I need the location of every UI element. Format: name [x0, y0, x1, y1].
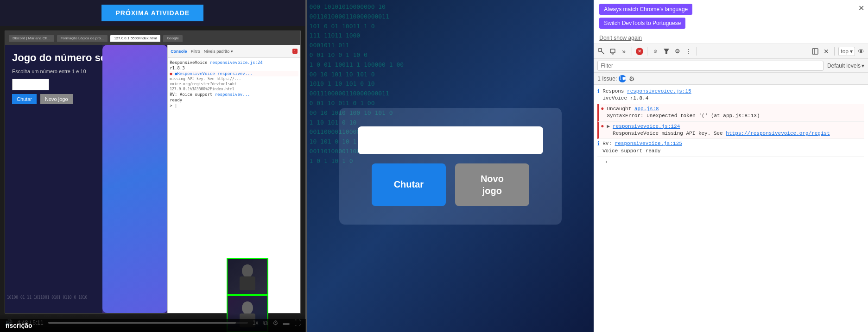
- game-input-large[interactable]: [358, 126, 543, 154]
- chevron-right-icon[interactable]: »: [620, 47, 628, 56]
- console-entry-4: ℹ RV: responsivevoice.js:125 Voice suppo…: [597, 139, 864, 157]
- console-line-1: ResponsiveVoice responsivevoice.js:24: [170, 60, 298, 65]
- console-error-1: ● ●ResponsiveVoice responsivev...: [170, 71, 298, 76]
- console-detail-1: SyntaxError: Unexpected token '(' (at ap…: [607, 113, 760, 119]
- notification-row-2: Switch DevTools to Portuguese: [599, 18, 862, 29]
- next-activity-button[interactable]: PRÓXIMA ATIVIDADE: [101, 5, 203, 21]
- devtools-tab-small: Console: [171, 49, 187, 54]
- next-activity-bar: PRÓXIMA ATIVIDADE: [0, 0, 305, 26]
- person-silhouette-1: [236, 263, 259, 290]
- svg-marker-12: [623, 80, 624, 81]
- issues-label: 1 Issue:: [597, 75, 617, 82]
- error-count-badge: ✕: [636, 48, 643, 55]
- browser-tab-3: 127.0.0.1:5500/index.html: [110, 35, 160, 42]
- game-character: [102, 45, 167, 313]
- issues-settings-icon[interactable]: ⚙: [629, 75, 635, 82]
- device-toolbar-icon[interactable]: [608, 47, 617, 56]
- info-icon-1: ℹ: [597, 88, 600, 95]
- close-icon[interactable]: ✕: [822, 47, 830, 56]
- issue-count-number: 1: [619, 76, 622, 81]
- svg-point-0: [242, 264, 253, 277]
- webcam-person-1: [228, 259, 267, 294]
- console-link-4[interactable]: https://responsivevoice.org/regist: [726, 131, 830, 136]
- webcam-1: [227, 258, 268, 295]
- console-link-5[interactable]: responsivevoice.js:125: [615, 141, 682, 146]
- game-area-small: Jogo do número secreto Escolha um número…: [5, 45, 167, 313]
- svg-rect-4: [599, 49, 602, 51]
- expand-arrow-1[interactable]: ▶: [607, 123, 610, 129]
- issues-bar: 1 Issue: 1 ⚙: [594, 73, 868, 85]
- right-toolbar: ✕ top ▾ 👁: [811, 47, 864, 56]
- settings-gear-icon[interactable]: ⚙: [673, 47, 682, 56]
- console-line-3: missing API key. See https://...: [170, 76, 298, 81]
- novo-jogo-button-small[interactable]: Novo jogo: [40, 94, 73, 104]
- toolbar-divider-3: [697, 47, 697, 56]
- switch-devtools-button[interactable]: Switch DevTools to Portuguese: [599, 18, 685, 29]
- console-link-2[interactable]: app.js:8: [634, 106, 659, 112]
- devtools-filter-small: Filtro: [191, 49, 200, 54]
- devtools-main-toolbar: » ✕ ⊘ ⚙ ⋮ ✕ top ▾ 👁: [594, 44, 868, 59]
- error-badge-small: 1: [292, 49, 297, 54]
- toolbar-divider-1: [632, 47, 632, 56]
- expand-content: ›: [597, 157, 864, 165]
- svg-rect-7: [612, 53, 614, 54]
- console-line-8: > |: [170, 103, 298, 108]
- console-line-4: voice.org/register?devtools=ht: [170, 81, 298, 87]
- dont-show-again-link[interactable]: Don't show again: [599, 35, 642, 41]
- console-entry-3: ● ▶ responsivevoice.js:124 ResponsiveVoi…: [597, 122, 864, 139]
- default-levels-chevron: ▾: [862, 63, 864, 69]
- svg-line-5: [602, 51, 604, 54]
- inspect-element-icon[interactable]: [597, 47, 606, 56]
- close-notification-button[interactable]: ✕: [858, 4, 864, 13]
- notification-area: Always match Chrome's language ✕ Switch …: [594, 0, 868, 44]
- console-entry-2: ● Uncaught app.js:8 SyntaxError: Unexpec…: [597, 104, 864, 122]
- dock-icon[interactable]: [811, 47, 819, 56]
- stop-icon[interactable]: ⊘: [651, 47, 659, 56]
- game-input-small[interactable]: [12, 79, 49, 90]
- browser-tab-4: Google: [163, 35, 183, 42]
- console-suffix-2: Voice support ready: [602, 148, 660, 154]
- svg-rect-9: [812, 49, 818, 54]
- browser-tab-1: Discord | Mariana Ch...: [9, 35, 54, 42]
- svg-point-2: [242, 301, 253, 314]
- eye-icon[interactable]: 👁: [858, 48, 864, 55]
- toolbar-divider-2: [647, 47, 647, 56]
- chutar-button-large[interactable]: Chutar: [372, 163, 446, 206]
- browser-bar: Discord | Mariana Ch... Formação Lógica …: [5, 31, 300, 45]
- issue-badge: 1: [619, 75, 626, 82]
- video-container: ⋮ Discord | Mariana Ch... Formação Lógic…: [0, 26, 305, 332]
- devtools-toolbar-small: Console Filtro Níveis padrão ▾ 1: [168, 45, 300, 58]
- browser-tab-2: Formação Lógica de pro...: [57, 35, 108, 42]
- always-match-button[interactable]: Always match Chrome's language: [599, 4, 692, 15]
- console-output: ℹ Respons responsivevoice.js:15 iveVoice…: [594, 85, 868, 332]
- console-text-3: responsivevoice.js:124 ResponsiveVoice m…: [613, 123, 864, 138]
- error-icon-1: ●: [601, 106, 604, 112]
- devtools-secondary-toolbar: Default levels ▾: [594, 59, 868, 73]
- console-link-1[interactable]: responsivevoice.js:15: [627, 88, 691, 94]
- right-panel: Always match Chrome's language ✕ Switch …: [594, 0, 868, 332]
- game-btn-row: Chutar Novo jogo: [358, 163, 543, 206]
- filter-icon[interactable]: [662, 47, 671, 56]
- notification-row-1: Always match Chrome's language ✕: [599, 4, 862, 15]
- console-text-4: RV: responsivevoice.js:125 Voice support…: [602, 140, 864, 155]
- game-card: Chutar Novo jogo: [339, 108, 562, 225]
- filter-input[interactable]: [597, 61, 824, 71]
- chutar-button-small[interactable]: Chutar: [12, 94, 37, 104]
- more-vertical-icon[interactable]: ⋮: [684, 47, 693, 56]
- console-text-2: Uncaught app.js:8 SyntaxError: Unexpecte…: [607, 106, 864, 120]
- expand-arrow-2[interactable]: ›: [605, 159, 608, 165]
- game-binary-bg: 10100 01 11 1011001 0101 0110 0 1010: [5, 294, 167, 313]
- novo-jogo-line1: Novo: [481, 174, 504, 184]
- top-dropdown-button[interactable]: top ▾: [838, 47, 855, 56]
- middle-panel: 000 10101010000000 10 001101000011000000…: [307, 0, 594, 332]
- novo-jogo-button-large[interactable]: Novo jogo: [455, 163, 529, 206]
- console-line-7: ready: [170, 97, 298, 103]
- svg-rect-11: [622, 77, 626, 80]
- console-suffix-1: iveVoice r1.8.4: [602, 95, 648, 101]
- default-levels-dropdown[interactable]: Default levels ▾: [827, 63, 864, 69]
- top-label: top: [841, 48, 849, 55]
- console-link-3[interactable]: responsivevoice.js:124: [613, 124, 680, 129]
- left-panel: PRÓXIMA ATIVIDADE ⋮ Discord | Mariana Ch…: [0, 0, 305, 332]
- issue-count-label: 1 Issue: 1: [597, 75, 626, 82]
- toolbar-divider-4: [834, 47, 835, 56]
